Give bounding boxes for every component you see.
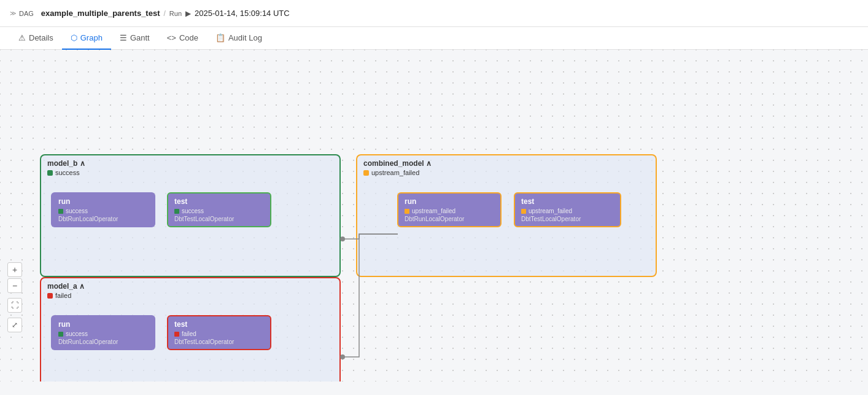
- task-test-a-status: failed: [174, 330, 264, 337]
- task-test-c-status: upstream_failed: [521, 208, 614, 214]
- run-label: Run: [169, 10, 182, 17]
- task-test-c-label: test: [521, 197, 614, 206]
- tab-audit-log[interactable]: 📋 Audit Log: [207, 27, 271, 50]
- task-run-a-status-text: success: [66, 330, 88, 337]
- tab-graph[interactable]: ⬡ Graph: [62, 27, 111, 50]
- tab-audit-log-label: Audit Log: [228, 33, 262, 42]
- task-run-a[interactable]: run success DbtRunLocalOperator: [51, 315, 155, 350]
- model-b-status-label: success: [55, 169, 80, 176]
- tab-code-label: Code: [179, 33, 198, 42]
- combined-status: upstream_failed: [357, 169, 656, 180]
- task-run-b-status-text: success: [66, 208, 88, 214]
- task-run-c[interactable]: run upstream_failed DbtRunLocalOperator: [397, 192, 502, 227]
- model-a-title: model_a ∧: [41, 278, 339, 292]
- run-play-icon: ▶: [185, 9, 191, 18]
- task-test-b-status-dot: [174, 209, 179, 214]
- group-model-b: model_b ∧ success run success DbtRunLoca…: [40, 154, 341, 277]
- model-b-title: model_b ∧: [41, 155, 339, 169]
- task-run-c-status-text: upstream_failed: [412, 208, 455, 214]
- tab-gantt-label: Gantt: [130, 33, 150, 42]
- zoom-in-button[interactable]: +: [7, 262, 22, 277]
- run-value[interactable]: 2025-01-14, 15:09:14 UTC: [195, 9, 290, 18]
- details-icon: ⚠: [18, 33, 26, 42]
- task-run-b-status: success: [58, 208, 148, 214]
- task-run-c-status-dot: [405, 209, 409, 214]
- task-test-c-status-text: upstream_failed: [529, 208, 572, 214]
- model-b-status-dot: [47, 170, 53, 176]
- task-test-c[interactable]: test upstream_failed DbtTestLocalOperato…: [514, 192, 621, 227]
- svg-point-1: [340, 354, 345, 359]
- task-run-a-status: success: [58, 330, 148, 337]
- task-run-b[interactable]: run success DbtRunLocalOperator: [51, 192, 155, 227]
- task-test-a-label: test: [174, 320, 264, 329]
- page: ≫ DAG example_multiple_parents_test / Ru…: [0, 0, 868, 395]
- task-run-a-label: run: [58, 320, 148, 329]
- breadcrumb-dag: ≫ DAG: [10, 10, 34, 17]
- svg-point-0: [340, 237, 345, 241]
- combined-status-dot: [363, 170, 369, 176]
- group-combined-model: combined_model ∧ upstream_failed run ups…: [356, 154, 657, 277]
- task-run-c-status: upstream_failed: [405, 208, 494, 214]
- tab-code[interactable]: <> Code: [158, 27, 207, 50]
- group-model-a: model_a ∧ failed run success DbtRunLocal…: [40, 277, 341, 381]
- breadcrumb-separator-2: /: [163, 9, 165, 18]
- task-run-b-status-dot: [58, 209, 63, 214]
- task-run-c-operator: DbtRunLocalOperator: [405, 216, 494, 222]
- task-run-b-operator: DbtRunLocalOperator: [58, 216, 148, 222]
- task-test-b-label: test: [174, 197, 264, 206]
- dag-label: DAG: [19, 10, 34, 17]
- dag-canvas[interactable]: model_b ∧ success run success DbtRunLoca…: [0, 50, 868, 381]
- tab-details-label: Details: [29, 33, 53, 42]
- combined-title: combined_model ∧: [357, 155, 656, 169]
- task-test-b-status: success: [174, 208, 264, 214]
- header: ≫ DAG example_multiple_parents_test / Ru…: [0, 0, 868, 27]
- task-run-c-label: run: [405, 197, 494, 206]
- canvas-wrapper: model_b ∧ success run success DbtRunLoca…: [0, 50, 868, 395]
- task-run-a-operator: DbtRunLocalOperator: [58, 338, 148, 345]
- task-test-c-status-dot: [521, 209, 526, 214]
- task-run-a-status-dot: [58, 332, 63, 337]
- zoom-controls: + − ⛶ ⤢: [7, 262, 22, 332]
- model-a-status: failed: [41, 292, 339, 303]
- fullscreen-button[interactable]: ⤢: [7, 318, 22, 332]
- dag-name[interactable]: example_multiple_parents_test: [41, 9, 160, 18]
- model-b-status: success: [41, 169, 339, 180]
- graph-icon: ⬡: [71, 33, 77, 42]
- tab-details[interactable]: ⚠ Details: [10, 27, 62, 50]
- task-test-a-status-text: failed: [182, 330, 196, 337]
- tab-graph-label: Graph: [80, 33, 103, 42]
- tab-gantt[interactable]: ☰ Gantt: [111, 27, 158, 50]
- breadcrumb: ≫ DAG example_multiple_parents_test / Ru…: [10, 9, 290, 18]
- task-test-c-operator: DbtTestLocalOperator: [521, 216, 614, 222]
- task-test-a-operator: DbtTestLocalOperator: [174, 338, 264, 345]
- task-test-b-operator: DbtTestLocalOperator: [174, 216, 264, 222]
- model-a-status-dot: [47, 293, 53, 299]
- zoom-out-button[interactable]: −: [7, 278, 22, 293]
- breadcrumb-run: Run: [169, 10, 182, 17]
- task-test-a-status-dot: [174, 332, 179, 337]
- gantt-icon: ☰: [120, 33, 127, 42]
- fit-view-button[interactable]: ⛶: [7, 298, 22, 313]
- task-test-b-status-text: success: [182, 208, 204, 214]
- combined-status-label: upstream_failed: [371, 169, 419, 176]
- task-test-b[interactable]: test success DbtTestLocalOperator: [167, 192, 271, 227]
- tab-bar: ⚠ Details ⬡ Graph ☰ Gantt <> Code 📋 Audi…: [0, 27, 868, 50]
- code-icon: <>: [167, 33, 176, 42]
- dag-nav-icon: ≫: [10, 10, 16, 17]
- audit-log-icon: 📋: [215, 33, 225, 42]
- model-a-status-label: failed: [55, 292, 71, 299]
- task-test-a[interactable]: test failed DbtTestLocalOperator: [167, 315, 271, 350]
- task-run-b-label: run: [58, 197, 148, 206]
